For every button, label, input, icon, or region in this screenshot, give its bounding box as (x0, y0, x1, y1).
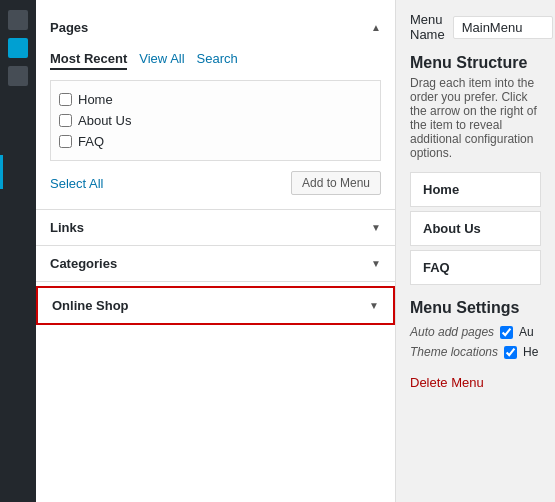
sidebar-icon-3[interactable] (8, 66, 28, 86)
right-panel: Menu Name Menu Structure Drag each item … (396, 0, 555, 502)
sidebar-icon-1[interactable] (8, 10, 28, 30)
pages-section-title: Pages (50, 20, 88, 35)
online-shop-section: Online Shop ▼ (36, 286, 395, 325)
pages-section-header[interactable]: Pages ▲ (36, 10, 395, 45)
page-label-about-us: About Us (78, 113, 131, 128)
links-section: Links ▼ (36, 210, 395, 246)
menu-item-about-us[interactable]: About Us (410, 211, 541, 246)
menu-name-row: Menu Name (410, 12, 541, 42)
pages-section-footer: Select All Add to Menu (50, 171, 381, 195)
auto-add-label: Auto add pages (410, 325, 494, 339)
left-panel: Pages ▲ Most Recent View All Search Home (36, 0, 396, 502)
page-label-faq: FAQ (78, 134, 104, 149)
online-shop-section-header[interactable]: Online Shop ▼ (38, 288, 393, 323)
tab-view-all[interactable]: View All (139, 49, 184, 70)
online-shop-arrow-icon: ▼ (369, 300, 379, 311)
pages-list: Home About Us FAQ (50, 80, 381, 161)
categories-section-header[interactable]: Categories ▼ (36, 246, 395, 281)
sidebar-icon-2[interactable] (8, 38, 28, 58)
categories-arrow-icon: ▼ (371, 258, 381, 269)
menu-name-label: Menu Name (410, 12, 445, 42)
pages-arrow-icon: ▲ (371, 22, 381, 33)
page-label-home: Home (78, 92, 113, 107)
delete-menu-link[interactable]: Delete Menu (410, 375, 484, 390)
theme-locations-label: Theme locations (410, 345, 498, 359)
auto-add-pages-row: Auto add pages Au (410, 325, 541, 339)
tab-search[interactable]: Search (197, 49, 238, 70)
online-shop-section-title: Online Shop (52, 298, 129, 313)
links-section-title: Links (50, 220, 84, 235)
add-to-menu-button[interactable]: Add to Menu (291, 171, 381, 195)
menu-settings-title: Menu Settings (410, 299, 541, 317)
menu-name-input[interactable] (453, 16, 553, 39)
menu-item-home[interactable]: Home (410, 172, 541, 207)
page-checkbox-faq[interactable] (59, 135, 72, 148)
menu-structure-desc: Drag each item into the order you prefer… (410, 76, 541, 160)
pages-section-content: Most Recent View All Search Home About U… (36, 45, 395, 209)
theme-locations-row: Theme locations He (410, 345, 541, 359)
menu-item-faq[interactable]: FAQ (410, 250, 541, 285)
main-content: Pages ▲ Most Recent View All Search Home (36, 0, 555, 502)
select-all-link[interactable]: Select All (50, 176, 103, 191)
sidebar (0, 0, 36, 502)
page-item-about-us[interactable]: About Us (59, 110, 372, 131)
pages-section: Pages ▲ Most Recent View All Search Home (36, 10, 395, 210)
page-checkbox-about-us[interactable] (59, 114, 72, 127)
active-indicator (0, 155, 3, 189)
page-checkbox-home[interactable] (59, 93, 72, 106)
auto-add-checkbox[interactable] (500, 326, 513, 339)
categories-section: Categories ▼ (36, 246, 395, 282)
auto-add-suffix: Au (519, 325, 534, 339)
theme-locations-suffix: He (523, 345, 538, 359)
pages-tabs: Most Recent View All Search (50, 45, 381, 70)
page-item-home[interactable]: Home (59, 89, 372, 110)
menu-structure-title: Menu Structure (410, 54, 541, 72)
page-item-faq[interactable]: FAQ (59, 131, 372, 152)
categories-section-title: Categories (50, 256, 117, 271)
tab-most-recent[interactable]: Most Recent (50, 49, 127, 70)
links-section-header[interactable]: Links ▼ (36, 210, 395, 245)
links-arrow-icon: ▼ (371, 222, 381, 233)
theme-locations-checkbox[interactable] (504, 346, 517, 359)
